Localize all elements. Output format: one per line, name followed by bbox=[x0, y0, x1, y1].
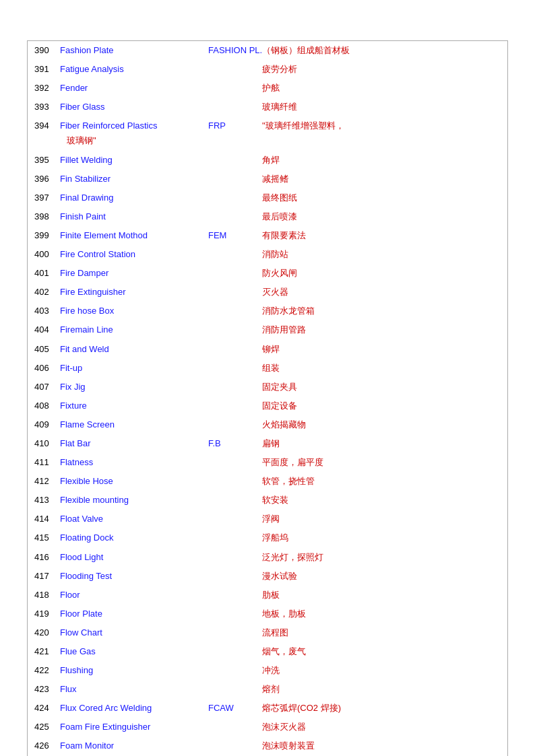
table-row: 390 Fashion Plate FASHION PL. （钢板）组成船首材板 bbox=[28, 41, 507, 60]
row-number: 417 bbox=[34, 569, 60, 584]
english-term: Firemain Line bbox=[60, 322, 208, 337]
chinese-translation: 有限要素法 bbox=[262, 228, 501, 243]
table-row: 393 Fiber Glass 玻璃纤维 bbox=[28, 98, 507, 116]
chinese-translation: 疲劳分析 bbox=[262, 62, 501, 77]
chinese-translation: 泛光灯，探照灯 bbox=[262, 550, 501, 565]
english-term: Flexible mounting bbox=[60, 493, 208, 508]
table-row: 418 Floor 肋板 bbox=[28, 586, 507, 605]
row-number: 394 bbox=[34, 118, 60, 133]
row-number: 418 bbox=[34, 588, 60, 603]
chinese-translation: 烟气，废气 bbox=[262, 644, 501, 659]
english-term: Final Drawing bbox=[60, 191, 208, 205]
english-term: Floor Plate bbox=[60, 607, 208, 621]
row-number: 425 bbox=[34, 720, 60, 734]
table-row: 410 Flat Bar F.B 扁钢 bbox=[28, 434, 507, 453]
chinese-translation: 熔剂 bbox=[262, 682, 501, 697]
english-term: Finish Paint bbox=[60, 209, 208, 224]
english-term: Flatness bbox=[60, 455, 208, 470]
table-row: 420 Flow Chart 流程图 bbox=[28, 623, 507, 642]
english-term: Flood Light bbox=[60, 550, 208, 565]
table-row: 413 Flexible mounting 软安装 bbox=[28, 491, 507, 510]
chinese-translation: 最终图纸 bbox=[262, 191, 501, 205]
chinese-translation: 灭火器 bbox=[262, 285, 501, 300]
english-term: Fin Stabilizer bbox=[60, 172, 208, 186]
english-term: Fit-up bbox=[60, 361, 208, 376]
english-term: Fix Jig bbox=[60, 380, 208, 394]
chinese-translation: 减摇鳍 bbox=[262, 172, 501, 186]
row-number: 399 bbox=[34, 228, 60, 243]
english-term: Foam Fire Extinguisher bbox=[60, 720, 208, 734]
english-term: Fiber Glass bbox=[60, 100, 208, 114]
chinese-translation: 铆焊 bbox=[262, 342, 501, 357]
english-term: Finite Element Mothod bbox=[60, 228, 208, 243]
row-number: 406 bbox=[34, 361, 60, 376]
abbreviation: FRP bbox=[208, 118, 262, 133]
table-row: 406 Fit-up 组装 bbox=[28, 359, 507, 378]
row-number: 420 bbox=[34, 625, 60, 640]
row-number: 422 bbox=[34, 663, 60, 678]
english-term: Floor bbox=[60, 588, 208, 603]
table-row: 415 Floating Dock 浮船坞 bbox=[28, 528, 507, 547]
table-row: 416 Flood Light 泛光灯，探照灯 bbox=[28, 548, 507, 567]
english-term: Flat Bar bbox=[60, 436, 208, 451]
table-row: 408 Fixture 固定设备 bbox=[28, 397, 507, 415]
english-term: Fixture bbox=[60, 399, 208, 413]
english-term: Float Valve bbox=[60, 512, 208, 526]
table-row: 424 Flux Cored Arc Welding FCAW 熔芯弧焊(CO2… bbox=[28, 699, 507, 718]
english-term: Flow Chart bbox=[60, 625, 208, 640]
row-number: 390 bbox=[34, 43, 60, 58]
chinese-translation: "玻璃纤维增强塑料， bbox=[262, 118, 501, 133]
table-row: 411 Flatness 平面度，扁平度 bbox=[28, 453, 507, 472]
table-row: 398 Finish Paint 最后喷漆 bbox=[28, 207, 507, 226]
row-number: 411 bbox=[34, 455, 60, 470]
english-term: Flushing bbox=[60, 663, 208, 678]
chinese-translation: 角焊 bbox=[262, 153, 501, 168]
english-term: Flexible Hose bbox=[60, 474, 208, 489]
row-number: 415 bbox=[34, 530, 60, 545]
row-number: 403 bbox=[34, 304, 60, 318]
abbreviation: F.B bbox=[208, 436, 262, 451]
glossary-table: 390 Fashion Plate FASHION PL. （钢板）组成船首材板… bbox=[27, 40, 508, 756]
english-term: Floating Dock bbox=[60, 530, 208, 545]
table-row: 423 Flux 熔剂 bbox=[28, 680, 507, 699]
row-number: 408 bbox=[34, 399, 60, 413]
row-number: 424 bbox=[34, 701, 60, 716]
table-row: 401 Fire Damper 防火风闸 bbox=[28, 264, 507, 283]
table-row: 400 Fire Control Station 消防站 bbox=[28, 245, 507, 264]
table-row: 407 Fix Jig 固定夹具 bbox=[28, 378, 507, 397]
row-number: 412 bbox=[34, 474, 60, 489]
chinese-translation-cont: 玻璃钢" bbox=[34, 133, 501, 148]
row-number: 395 bbox=[34, 153, 60, 168]
table-row: 412 Flexible Hose 软管，挠性管 bbox=[28, 472, 507, 491]
chinese-translation: 护舷 bbox=[262, 81, 501, 96]
chinese-translation: 最后喷漆 bbox=[262, 209, 501, 224]
row-number: 421 bbox=[34, 644, 60, 659]
chinese-translation: 玻璃纤维 bbox=[262, 100, 501, 114]
chinese-translation: 泡沫喷射装置 bbox=[262, 738, 501, 753]
english-term: Flame Screen bbox=[60, 417, 208, 432]
abbreviation: FCAW bbox=[208, 701, 262, 716]
chinese-translation: 软管，挠性管 bbox=[262, 474, 501, 489]
table-row: 394 Fiber Reinforced Plastics FRP "玻璃纤维增… bbox=[28, 116, 507, 150]
row-number: 413 bbox=[34, 493, 60, 508]
table-row: 426 Foam Monitor 泡沫喷射装置 bbox=[28, 736, 507, 755]
row-number: 405 bbox=[34, 342, 60, 357]
table-row: 422 Flushing 冲洗 bbox=[28, 661, 507, 680]
row-number: 398 bbox=[34, 209, 60, 224]
table-row: 409 Flame Screen 火焰揭藏物 bbox=[28, 415, 507, 434]
row-number: 400 bbox=[34, 247, 60, 262]
row-number: 404 bbox=[34, 322, 60, 337]
abbreviation: FASHION PL. bbox=[208, 43, 262, 58]
row-number: 416 bbox=[34, 550, 60, 565]
table-row: 421 Flue Gas 烟气，废气 bbox=[28, 642, 507, 661]
english-term: Flux Cored Arc Welding bbox=[60, 701, 208, 716]
chinese-translation: 扁钢 bbox=[262, 436, 501, 451]
row-number: 391 bbox=[34, 62, 60, 77]
english-term: Fire Extinguisher bbox=[60, 285, 208, 300]
table-row: 417 Flooding Test 漫水试验 bbox=[28, 567, 507, 586]
chinese-translation: 平面度，扁平度 bbox=[262, 455, 501, 470]
table-row: 396 Fin Stabilizer 减摇鳍 bbox=[28, 170, 507, 188]
table-row: 395 Fillet Welding 角焊 bbox=[28, 151, 507, 170]
chinese-translation: 漫水试验 bbox=[262, 569, 501, 584]
table-row: 404 Firemain Line 消防用管路 bbox=[28, 320, 507, 339]
